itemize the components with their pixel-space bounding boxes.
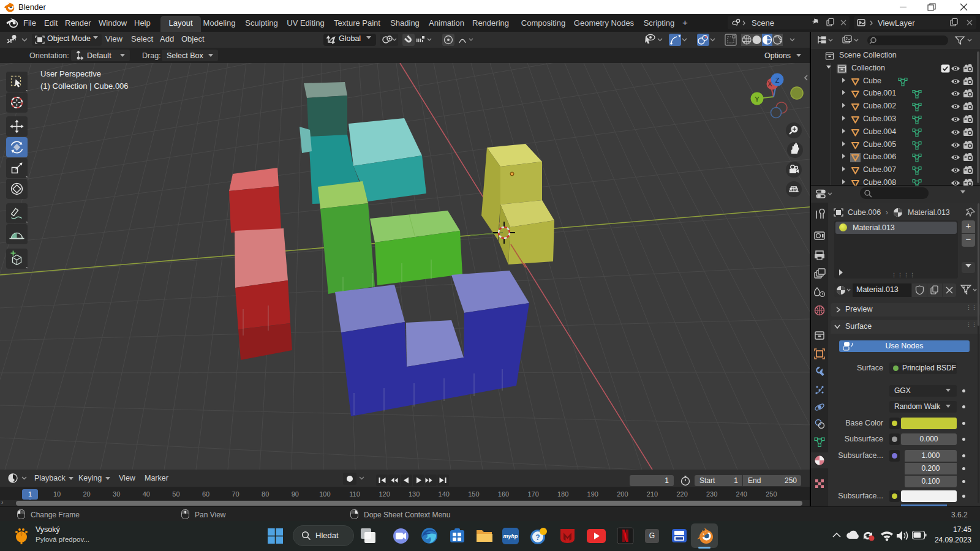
svg-text:Y: Y [755, 96, 760, 103]
svg-text:myhp: myhp [503, 533, 518, 539]
svg-text:?: ? [535, 533, 540, 542]
svg-text:Z: Z [775, 77, 780, 84]
